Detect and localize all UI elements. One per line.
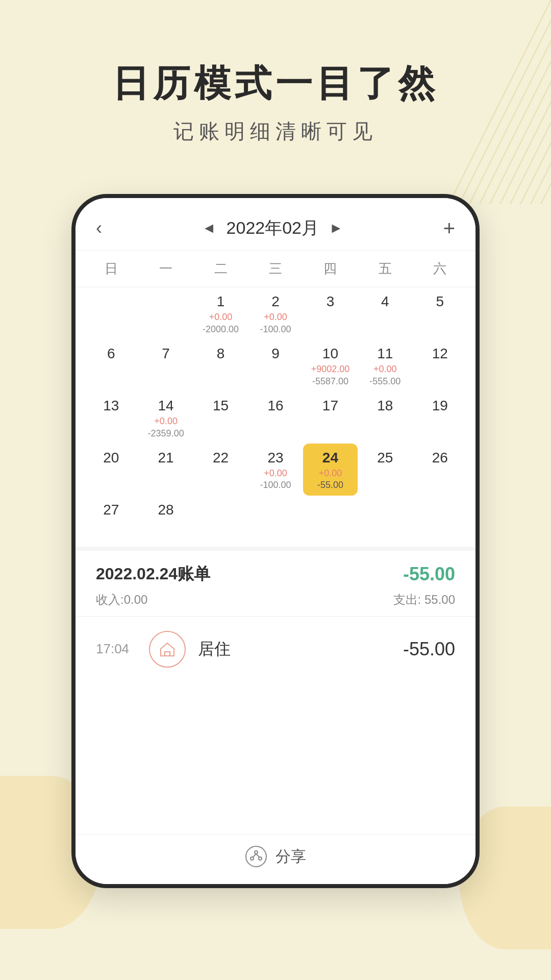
calendar-day-23[interactable]: 23+0.00-100.00 [248, 444, 303, 496]
month-title: 2022年02月 [227, 216, 319, 240]
calendar-day-3[interactable]: 3 [303, 287, 358, 339]
calendar-day-15[interactable]: 15 [193, 391, 248, 444]
calendar-day-26[interactable]: 26 [413, 444, 467, 496]
dow-fri: 五 [358, 256, 412, 282]
bill-date-title: 2022.02.24账单 [96, 563, 210, 585]
next-month-button[interactable]: ► [329, 220, 343, 236]
calendar-day-empty-31 [248, 496, 303, 547]
dow-sat: 六 [413, 256, 467, 282]
calendar-day-6[interactable]: 6 [84, 339, 138, 391]
calendar-day-4[interactable]: 4 [358, 287, 412, 339]
calendar-day-empty-32 [303, 496, 358, 547]
calendar-day-27[interactable]: 27 [84, 496, 138, 547]
section-divider [76, 547, 475, 551]
calendar-day-10[interactable]: 10+9002.00-5587.00 [303, 339, 358, 391]
svg-point-14 [255, 851, 258, 854]
svg-point-13 [246, 846, 266, 867]
calendar-day-25[interactable]: 25 [358, 444, 412, 496]
header-section: 日历模式一目了然 记账明细清晰可见 [0, 61, 551, 145]
calendar-day-19[interactable]: 19 [413, 391, 467, 444]
calendar-day-28[interactable]: 28 [138, 496, 193, 547]
calendar-day-empty-33 [358, 496, 412, 547]
main-title: 日历模式一目了然 [0, 61, 551, 105]
back-button[interactable]: ‹ [96, 217, 102, 239]
calendar-day-1[interactable]: 1+0.00-2000.00 [193, 287, 248, 339]
bill-expense-label: 支出: 55.00 [393, 592, 455, 608]
calendar-day-empty-1 [138, 287, 193, 339]
transaction-time: 17:04 [96, 641, 137, 657]
calendar-grid: 1+0.00-2000.002+0.00-100.00345678910+900… [76, 287, 475, 547]
calendar-day-12[interactable]: 12 [413, 339, 467, 391]
bill-income-label: 收入:0.00 [96, 592, 147, 608]
calendar-day-13[interactable]: 13 [84, 391, 138, 444]
home-icon [158, 640, 177, 659]
transaction-category: 居住 [198, 638, 391, 660]
calendar-day-14[interactable]: 14+0.00-2359.00 [138, 391, 193, 444]
calendar-day-9[interactable]: 9 [248, 339, 303, 391]
calendar-header: ‹ ◄ 2022年02月 ► + [76, 198, 475, 251]
add-button[interactable]: + [443, 217, 455, 240]
calendar-day-22[interactable]: 22 [193, 444, 248, 496]
calendar-day-18[interactable]: 18 [358, 391, 412, 444]
sub-title: 记账明细清晰可见 [0, 117, 551, 145]
spacer [76, 682, 475, 835]
calendar-day-empty-0 [84, 287, 138, 339]
calendar-day-21[interactable]: 21 [138, 444, 193, 496]
transaction-icon [149, 631, 186, 668]
app-content: ‹ ◄ 2022年02月 ► + 日 一 二 三 四 五 六 1+0.00-20… [76, 198, 475, 884]
dow-tue: 二 [193, 256, 248, 282]
bill-header: 2022.02.24账单 -55.00 [76, 551, 475, 592]
bottom-bar: 分享 [76, 835, 475, 884]
calendar-day-16[interactable]: 16 [248, 391, 303, 444]
share-icon [245, 845, 267, 868]
calendar-day-empty-30 [193, 496, 248, 547]
svg-rect-12 [165, 652, 170, 656]
dow-thu: 四 [303, 256, 358, 282]
calendar-day-5[interactable]: 5 [413, 287, 467, 339]
dow-sun: 日 [84, 256, 138, 282]
prev-month-button[interactable]: ◄ [202, 220, 216, 236]
calendar-day-empty-34 [413, 496, 467, 547]
svg-line-17 [253, 854, 256, 857]
phone-mockup: ‹ ◄ 2022年02月 ► + 日 一 二 三 四 五 六 1+0.00-20… [71, 194, 480, 888]
day-of-week-row: 日 一 二 三 四 五 六 [76, 251, 475, 287]
transaction-amount: -55.00 [403, 639, 455, 660]
calendar-day-8[interactable]: 8 [193, 339, 248, 391]
bill-summary: 收入:0.00 支出: 55.00 [76, 592, 475, 616]
transaction-row[interactable]: 17:04 居住 -55.00 [76, 617, 475, 682]
bill-total-amount: -55.00 [403, 564, 455, 585]
share-label[interactable]: 分享 [276, 846, 306, 867]
calendar-day-2[interactable]: 2+0.00-100.00 [248, 287, 303, 339]
calendar-day-17[interactable]: 17 [303, 391, 358, 444]
calendar-day-7[interactable]: 7 [138, 339, 193, 391]
calendar-day-11[interactable]: 11+0.00-555.00 [358, 339, 412, 391]
calendar-nav: ◄ 2022年02月 ► [202, 216, 343, 240]
dow-mon: 一 [138, 256, 193, 282]
calendar-day-24[interactable]: 24+0.00-55.00 [303, 444, 358, 496]
svg-line-18 [256, 854, 260, 857]
dow-wed: 三 [248, 256, 303, 282]
calendar-day-20[interactable]: 20 [84, 444, 138, 496]
